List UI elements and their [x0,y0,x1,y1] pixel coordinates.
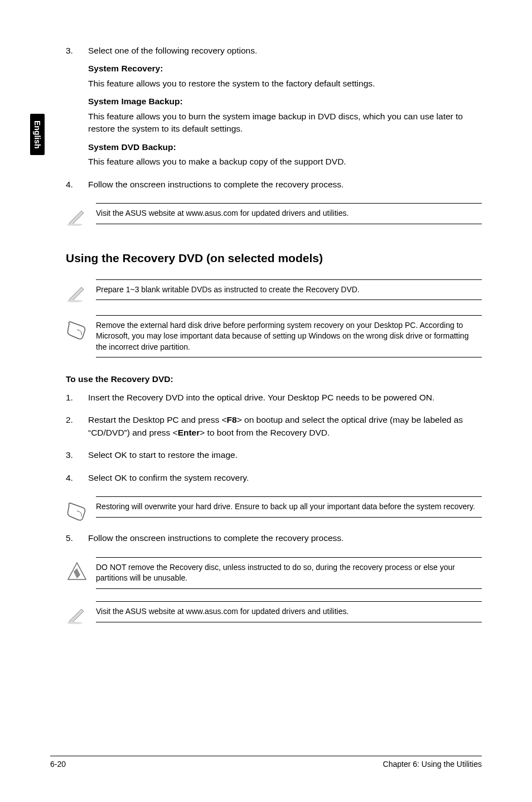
step-number: 5. [66,532,88,544]
option-desc: This feature allows you to burn the syst… [88,110,482,136]
option-desc: This feature allows you to make a backup… [88,156,482,168]
key-label: Enter [178,428,200,437]
step-2: 2. Restart the Desktop PC and press <F8>… [66,414,482,439]
step-5: 5. Follow the onscreen instructions to c… [66,532,482,544]
step-text: Restart the Desktop PC and press <F8> on… [88,414,482,439]
pen-icon [66,203,96,226]
step-number: 3. [66,449,88,461]
chapter-title: Chapter 6: Using the Utilities [383,760,482,769]
option-desc: This feature allows you to restore the s… [88,78,482,90]
step-text: Follow the onscreen instructions to comp… [88,178,482,191]
pen-icon [66,601,96,625]
text-fragment: > to boot from the Recovery DVD. [200,428,330,437]
note-text: Prepare 1~3 blank writable DVDs as instr… [96,279,482,301]
text-fragment: Restart the Desktop PC and press < [88,415,227,424]
option-title: System Recovery: [88,62,482,75]
hand-icon [66,315,96,341]
note-text: DO NOT remove the Recovery disc, unless … [96,557,482,589]
note-text: Restoring will overwrite your hard drive… [96,496,482,518]
step-number: 1. [66,392,88,404]
note-hand: Restoring will overwrite your hard drive… [66,496,482,522]
step-text: Follow the onscreen instructions to comp… [88,532,482,544]
step-text: Select one of the following recovery opt… [88,45,482,57]
svg-point-2 [67,622,83,624]
step-3: 3. Select one of the following recovery … [66,45,482,57]
option-title: System Image Backup: [88,95,482,108]
note-info: Prepare 1~3 blank writable DVDs as instr… [66,279,482,303]
main-content: 3. Select one of the following recovery … [66,45,482,625]
step-4: 4. Follow the onscreen instructions to c… [66,178,482,191]
note-info: Visit the ASUS website at www.asus.com f… [66,203,482,226]
step-number: 4. [66,472,88,484]
subsection-heading: To use the Recovery DVD: [66,373,482,385]
option-title: System DVD Backup: [88,141,482,153]
step-text: Insert the Recovery DVD into the optical… [88,392,482,404]
step-text: Select OK to start to restore the image. [88,449,482,461]
note-warning: DO NOT remove the Recovery disc, unless … [66,557,482,589]
key-label: F8 [227,415,237,424]
page-number: 6-20 [50,760,66,769]
section-heading: Using the Recovery DVD (on selected mode… [66,250,482,267]
step-3b: 3. Select OK to start to restore the ima… [66,449,482,461]
pen-icon [66,279,96,303]
note-text: Visit the ASUS website at www.asus.com f… [96,203,482,224]
note-info: Visit the ASUS website at www.asus.com f… [66,601,482,625]
step-number: 4. [66,178,88,191]
note-text: Visit the ASUS website at www.asus.com f… [96,601,482,622]
page-footer: 6-20 Chapter 6: Using the Utilities [50,756,482,769]
step-number: 3. [66,45,88,57]
note-hand: Remove the external hard disk drive befo… [66,315,482,358]
hand-icon [66,496,96,522]
side-tab-english: English [30,114,45,155]
warning-icon [66,557,96,583]
recovery-options: System Recovery: This feature allows you… [88,62,482,168]
step-text: Select OK to confirm the system recovery… [88,472,482,484]
step-4b: 4. Select OK to confirm the system recov… [66,472,482,484]
svg-point-1 [67,300,83,302]
svg-point-0 [67,224,83,226]
step-1: 1. Insert the Recovery DVD into the opti… [66,392,482,404]
step-number: 2. [66,414,88,439]
note-text: Remove the external hard disk drive befo… [96,315,482,358]
